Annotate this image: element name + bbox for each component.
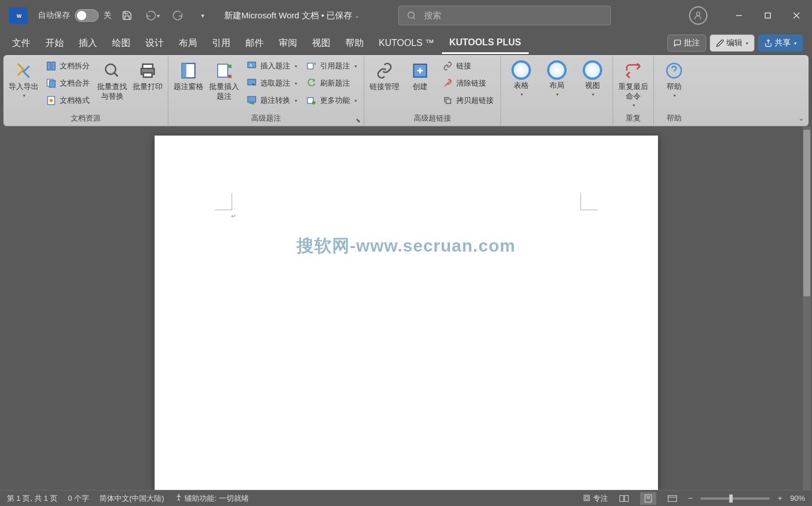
share-button[interactable]: 共享▾ xyxy=(758,34,803,52)
focus-mode[interactable]: 专注 xyxy=(583,493,608,504)
svg-rect-39 xyxy=(625,495,629,501)
repeat-last-button[interactable]: 重复最后命令 ▾ xyxy=(617,58,650,110)
search-input[interactable]: 搜索 xyxy=(398,6,611,25)
svg-point-3 xyxy=(696,12,700,16)
svg-rect-38 xyxy=(619,495,624,501)
tab-design[interactable]: 设计 xyxy=(138,33,171,54)
batch-find-button[interactable]: 批量查找与替换 xyxy=(95,58,129,104)
svg-point-14 xyxy=(49,99,53,102)
word-count[interactable]: 0 个字 xyxy=(68,493,89,504)
import-export-button[interactable]: 导入导出 ▾ xyxy=(7,58,40,101)
pane-icon xyxy=(180,62,197,79)
select-caption-icon xyxy=(247,78,257,88)
word-app-icon: W xyxy=(9,7,28,24)
qat-customize[interactable]: ▾ xyxy=(195,8,210,23)
tab-draw[interactable]: 绘图 xyxy=(105,33,138,54)
tab-help[interactable]: 帮助 xyxy=(338,33,371,54)
page-info[interactable]: 第 1 页, 共 1 页 xyxy=(7,493,57,504)
vertical-scrollbar[interactable] xyxy=(803,126,811,490)
batch-print-button[interactable]: 批量打印 xyxy=(131,58,164,94)
doc-merge-icon xyxy=(46,78,56,88)
tab-mailings[interactable]: 邮件 xyxy=(238,33,271,54)
create-link-button[interactable]: 创建 xyxy=(403,58,437,94)
doc-format-icon xyxy=(46,95,56,106)
scroll-thumb[interactable] xyxy=(803,130,810,296)
table-button[interactable]: 表格▾ xyxy=(505,58,538,99)
layout-button[interactable]: 布局▾ xyxy=(540,58,574,99)
save-button[interactable] xyxy=(120,8,134,23)
read-mode-button[interactable] xyxy=(616,492,632,505)
zoom-slider[interactable] xyxy=(701,497,769,500)
chevron-down-icon: ⌄ xyxy=(355,13,359,19)
tab-kutools-plus[interactable]: KUTOOLS PLUS xyxy=(442,33,529,54)
caption-pane-button[interactable]: 题注窗格 xyxy=(172,58,205,94)
zoom-out-button[interactable]: − xyxy=(688,494,693,503)
print-layout-button[interactable] xyxy=(640,492,656,505)
link-manage-icon xyxy=(376,62,393,79)
insert-caption-button[interactable]: A插入题注▾ xyxy=(243,58,301,74)
margin-corner-tl xyxy=(215,193,232,210)
tab-review[interactable]: 审阅 xyxy=(271,33,305,54)
doc-format-button[interactable]: 文档格式 xyxy=(43,92,93,109)
view-button[interactable]: 视图▾ xyxy=(576,58,609,99)
tab-file[interactable]: 文件 xyxy=(5,33,38,54)
collapse-ribbon-button[interactable]: ⌄ xyxy=(798,114,804,122)
tab-references[interactable]: 引用 xyxy=(205,33,238,54)
ribbon-group-help: 帮助 ▾ 帮助 xyxy=(654,56,694,126)
svg-text:A: A xyxy=(249,63,252,67)
ribbon-group-hyperlinks: 链接管理 创建 链接 清除链接 拷贝超链接 高级超链接 xyxy=(364,56,501,126)
doc-merge-button[interactable]: 文档合并 xyxy=(43,75,93,91)
user-avatar[interactable] xyxy=(689,6,707,25)
batch-insert-icon xyxy=(215,62,233,79)
close-button[interactable] xyxy=(783,5,810,26)
document-page[interactable]: ↵ 搜软网-www.secruan.com xyxy=(155,136,658,490)
copy-link-button[interactable]: 拷贝超链接 xyxy=(439,92,497,109)
toggle-switch[interactable] xyxy=(75,9,99,22)
document-area: ↵ 搜软网-www.secruan.com xyxy=(0,126,812,490)
svg-rect-43 xyxy=(668,495,676,501)
insert-caption-icon: A xyxy=(247,61,257,71)
svg-point-29 xyxy=(312,101,315,105)
create-link-icon xyxy=(411,62,429,79)
tab-kutools[interactable]: KUTOOLS ™ xyxy=(371,33,442,53)
accessibility[interactable]: 辅助功能: 一切就绪 xyxy=(175,493,249,504)
ring-icon xyxy=(547,60,567,80)
redo-button[interactable] xyxy=(170,8,185,23)
tab-home[interactable]: 开始 xyxy=(38,33,71,54)
zoom-in-button[interactable]: + xyxy=(778,494,782,503)
tab-view[interactable]: 视图 xyxy=(305,33,338,54)
ref-caption-button[interactable]: 引用题注▾ xyxy=(303,58,360,74)
zoom-thumb[interactable] xyxy=(729,495,733,503)
import-export-icon xyxy=(14,61,33,80)
svg-rect-25 xyxy=(248,79,256,85)
undo-button[interactable]: ▾ xyxy=(145,8,160,23)
minimize-button[interactable] xyxy=(726,5,752,26)
caption-convert-button[interactable]: 题注转换▾ xyxy=(243,92,301,109)
refresh-caption-button[interactable]: 刷新题注 xyxy=(303,75,360,91)
svg-rect-5 xyxy=(765,13,770,18)
more-functions-button[interactable]: 更多功能▾ xyxy=(303,92,360,109)
help-button[interactable]: 帮助 ▾ xyxy=(657,58,691,101)
zoom-level[interactable]: 90% xyxy=(790,494,805,503)
comments-button[interactable]: 批注 xyxy=(667,34,706,52)
dialog-launcher-captions[interactable]: ⬊ xyxy=(354,116,362,124)
link-manage-button[interactable]: 链接管理 xyxy=(368,58,401,94)
tab-layout[interactable]: 布局 xyxy=(171,33,205,54)
ribbon-group-captions: 题注窗格 批量插入题注 A插入题注▾ 选取题注▾ 题注转换▾ 引用题注▾ 刷新题… xyxy=(168,56,364,126)
maximize-button[interactable] xyxy=(755,5,781,26)
web-layout-button[interactable] xyxy=(664,492,680,505)
autosave-toggle[interactable]: 自动保存 关 xyxy=(38,9,111,22)
doc-split-button[interactable]: 文档拆分 xyxy=(43,58,93,74)
tab-insert[interactable]: 插入 xyxy=(71,33,105,54)
edit-button[interactable]: 编辑▾ xyxy=(710,34,755,52)
svg-rect-10 xyxy=(52,62,55,70)
select-caption-button[interactable]: 选取题注▾ xyxy=(243,75,301,91)
batch-insert-caption-button[interactable]: 批量插入题注 xyxy=(207,58,241,104)
language[interactable]: 简体中文(中国大陆) xyxy=(99,493,164,504)
clear-link-button[interactable]: 清除链接 xyxy=(439,75,497,91)
autosave-state: 关 xyxy=(103,10,111,21)
document-title[interactable]: 新建Microsoft Word 文档 • 已保存 ⌄ xyxy=(224,10,359,21)
ribbon-group-repeat: 重复最后命令 ▾ 重复 xyxy=(613,56,654,126)
link-button[interactable]: 链接 xyxy=(439,58,497,74)
focus-icon xyxy=(583,494,591,502)
